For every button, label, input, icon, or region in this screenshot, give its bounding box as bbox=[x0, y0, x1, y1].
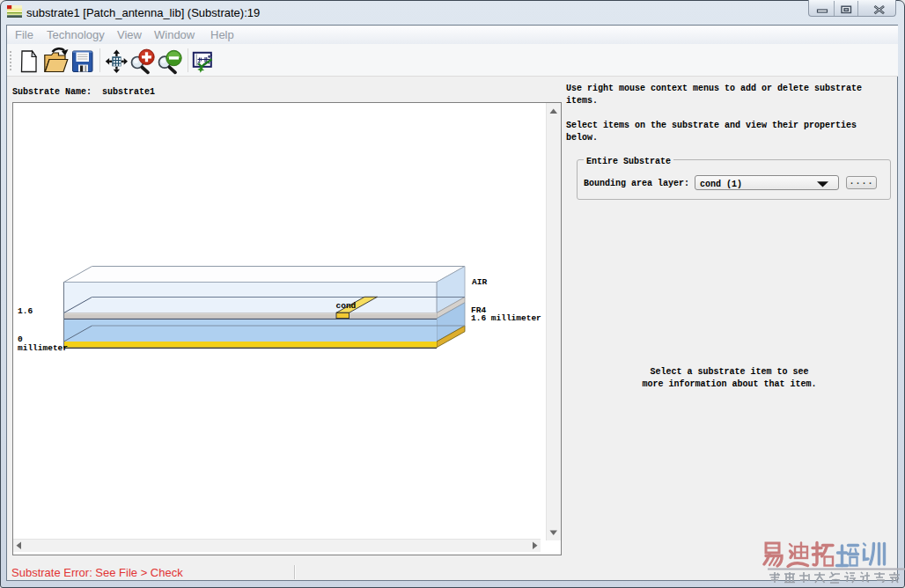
svg-text:1.6: 1.6 bbox=[18, 306, 33, 316]
svg-text:0: 0 bbox=[18, 334, 23, 344]
svg-text:millimeter: millimeter bbox=[18, 343, 68, 353]
svg-text:AIR: AIR bbox=[472, 277, 487, 287]
svg-text:cond: cond bbox=[336, 301, 357, 311]
svg-text:1.6 millimeter: 1.6 millimeter bbox=[471, 313, 541, 323]
